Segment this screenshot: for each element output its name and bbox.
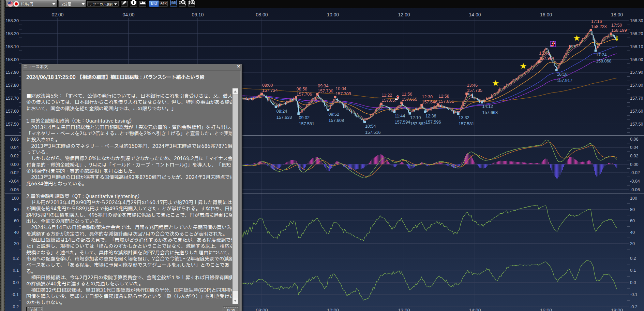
svg-text:0.0: 0.0 <box>630 280 636 285</box>
svg-text:158.30: 158.30 <box>630 18 643 23</box>
svg-text:12:10: 12:10 <box>410 115 421 120</box>
svg-text:158.30: 158.30 <box>5 18 19 23</box>
svg-text:0.00: 0.00 <box>10 162 19 167</box>
svg-text:08:00: 08:00 <box>256 308 268 311</box>
svg-text:16:00: 16:00 <box>540 308 552 311</box>
svg-text:157.90: 157.90 <box>5 70 19 75</box>
svg-text:10:54: 10:54 <box>365 124 376 129</box>
svg-text:06:10: 06:10 <box>192 12 204 17</box>
svg-text:-0.2: -0.2 <box>630 305 638 309</box>
svg-text:158.199: 158.199 <box>611 28 627 33</box>
svg-text:0.2: 0.2 <box>630 256 636 261</box>
svg-text:158.068: 158.068 <box>596 59 612 63</box>
svg-text:11:44: 11:44 <box>395 114 405 118</box>
svg-text:0.02: 0.02 <box>10 154 19 158</box>
svg-text:17:16: 17:16 <box>591 19 602 24</box>
svg-text:11:22: 11:22 <box>382 93 392 98</box>
svg-text:157.665: 157.665 <box>402 97 418 102</box>
svg-text:157.70: 157.70 <box>5 96 19 101</box>
svg-text:14:12: 14:12 <box>482 104 493 109</box>
svg-text:158.00: 158.00 <box>630 57 643 62</box>
svg-text:40: 40 <box>14 230 19 235</box>
svg-text:157.734: 157.734 <box>262 88 278 93</box>
svg-text:09:02: 09:02 <box>299 115 310 120</box>
svg-text:04:00: 04:00 <box>122 12 134 17</box>
svg-text:0.0: 0.0 <box>13 280 19 285</box>
svg-text:17:50: 17:50 <box>611 23 622 28</box>
svg-text:157.594: 157.594 <box>395 120 410 125</box>
svg-text:12:30: 12:30 <box>422 95 433 99</box>
svg-text:-0.04: -0.04 <box>9 179 19 184</box>
svg-text:-0.04: -0.04 <box>630 179 640 184</box>
svg-text:80: 80 <box>14 207 19 212</box>
svg-text:157.730: 157.730 <box>318 89 333 94</box>
svg-text:0.02: 0.02 <box>630 154 639 158</box>
svg-text:157.633: 157.633 <box>276 115 292 120</box>
svg-text:13:46: 13:46 <box>467 83 478 88</box>
svg-text:02:00: 02:00 <box>51 12 63 17</box>
svg-text:157.596: 157.596 <box>425 120 441 125</box>
svg-text:157.80: 157.80 <box>630 83 643 88</box>
svg-text:-0.2: -0.2 <box>11 305 19 309</box>
svg-text:10:04: 10:04 <box>335 86 346 91</box>
svg-text:12:58: 12:58 <box>438 94 449 99</box>
svg-text:157.608: 157.608 <box>328 118 344 123</box>
svg-text:-0.06: -0.06 <box>9 187 19 192</box>
svg-text:157.516: 157.516 <box>365 130 381 135</box>
svg-text:157.984: 157.984 <box>539 56 555 61</box>
svg-text:157.80: 157.80 <box>5 83 19 88</box>
svg-text:09:52: 09:52 <box>328 112 339 117</box>
svg-text:60: 60 <box>14 218 19 223</box>
svg-text:157.60: 157.60 <box>5 109 19 114</box>
svg-text:158.228: 158.228 <box>591 24 607 29</box>
svg-text:10:00: 10:00 <box>327 12 339 17</box>
svg-text:157.70: 157.70 <box>630 96 643 101</box>
svg-text:158.00: 158.00 <box>5 57 19 62</box>
svg-text:157.706: 157.706 <box>297 92 312 97</box>
svg-text:-0.1: -0.1 <box>630 292 638 297</box>
svg-text:-0.06: -0.06 <box>630 187 640 192</box>
svg-text:08:24: 08:24 <box>276 109 287 114</box>
svg-text:20: 20 <box>630 241 635 246</box>
svg-text:18:00: 18:00 <box>611 308 623 311</box>
svg-text:157.50: 157.50 <box>5 122 19 127</box>
svg-text:0.06: 0.06 <box>630 137 639 142</box>
svg-text:13:32: 13:32 <box>459 115 469 120</box>
svg-text:0.00: 0.00 <box>630 162 639 167</box>
svg-text:100: 100 <box>12 196 19 201</box>
svg-text:0.06: 0.06 <box>10 137 19 142</box>
svg-text:80: 80 <box>630 207 635 212</box>
svg-text:158.10: 158.10 <box>630 44 643 49</box>
svg-text:60: 60 <box>630 218 635 223</box>
svg-text:158.10: 158.10 <box>5 44 19 49</box>
svg-text:157.651: 157.651 <box>438 99 454 104</box>
svg-text:09:34: 09:34 <box>318 84 329 88</box>
svg-text:12:00: 12:00 <box>398 12 410 17</box>
svg-text:15:48: 15:48 <box>539 51 550 56</box>
svg-text:157.581: 157.581 <box>459 122 474 126</box>
svg-text:11:56: 11:56 <box>402 92 413 97</box>
svg-text:157.917: 157.917 <box>557 78 572 83</box>
svg-text:0.2: 0.2 <box>13 256 19 261</box>
svg-text:08:00: 08:00 <box>256 12 268 17</box>
svg-text:-0.02: -0.02 <box>9 170 19 175</box>
svg-text:157.50: 157.50 <box>630 122 643 127</box>
svg-text:18:00: 18:00 <box>611 12 623 17</box>
svg-text:-0.1: -0.1 <box>11 292 19 297</box>
svg-text:12:36: 12:36 <box>425 114 436 118</box>
svg-text:100: 100 <box>630 196 637 201</box>
svg-text:157.90: 157.90 <box>630 70 643 75</box>
svg-text:14:00: 14:00 <box>469 308 481 311</box>
svg-text:158.20: 158.20 <box>630 31 643 36</box>
svg-text:16:18: 16:18 <box>557 72 568 77</box>
svg-text:0.1: 0.1 <box>13 268 19 273</box>
svg-text:0.1: 0.1 <box>630 268 636 273</box>
svg-text:157.735: 157.735 <box>467 88 483 93</box>
svg-text:158.20: 158.20 <box>5 31 19 36</box>
svg-text:157.582: 157.582 <box>410 122 426 126</box>
svg-text:157.668: 157.668 <box>482 110 498 115</box>
svg-text:157.646: 157.646 <box>422 100 438 104</box>
svg-text:16:00: 16:00 <box>540 12 552 17</box>
svg-text:0.04: 0.04 <box>630 145 639 150</box>
svg-text:-0.02: -0.02 <box>630 170 640 175</box>
